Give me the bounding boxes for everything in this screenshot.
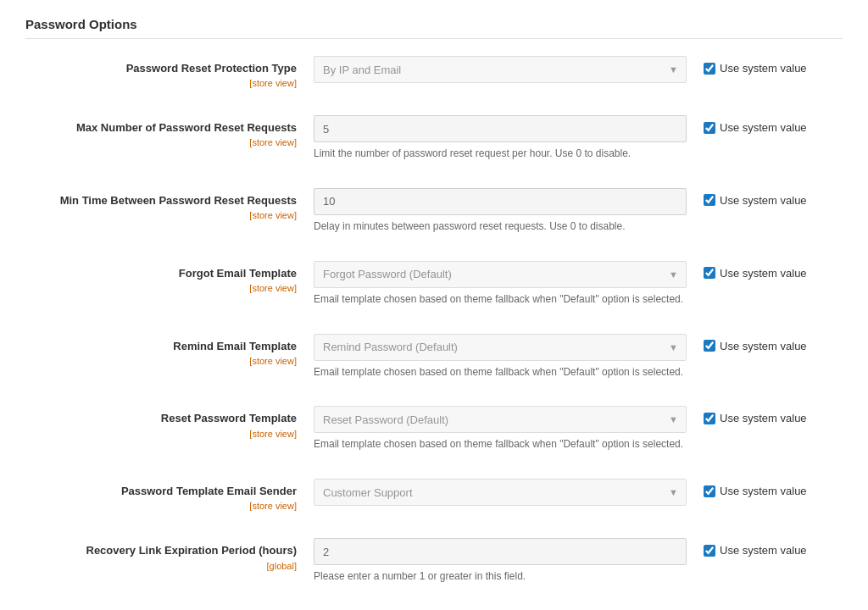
use-system-value-label[interactable]: Use system value <box>704 62 807 75</box>
form-row: Reset Password Template[store view]Reset… <box>25 406 843 465</box>
input-min_time_between_password_reset[interactable] <box>314 188 687 215</box>
checkbox-system-value-reset_password_template[interactable] <box>704 413 715 424</box>
field-label: Reset Password Template <box>161 412 297 424</box>
form-row: Forgot Email Template[store view]Forgot … <box>25 261 843 320</box>
checkbox-col: Use system value <box>687 538 822 557</box>
select-wrapper: Reset Password (Default)▼ <box>314 406 687 433</box>
checkbox-col: Use system value <box>687 406 822 424</box>
form-area: Password Reset Protection Type[store vie… <box>25 56 843 610</box>
label-col: Remind Email Template[store view] <box>25 334 314 366</box>
checkbox-system-value-recovery_link_expiration[interactable] <box>704 545 715 557</box>
form-row: Max Number of Password Reset Requests[st… <box>25 115 843 175</box>
checkbox-col: Use system value <box>687 334 822 352</box>
checkbox-system-value-forgot_email_template[interactable] <box>704 267 715 279</box>
use-system-value-label[interactable]: Use system value <box>704 267 807 280</box>
scope-tag: [store view] <box>25 210 297 220</box>
field-label: Password Reset Protection Type <box>126 62 297 75</box>
form-row: Password Reset Protection Type[store vie… <box>25 56 843 102</box>
checkbox-system-value-min_time_between_password_reset[interactable] <box>704 194 715 206</box>
use-system-value-text: Use system value <box>720 194 807 207</box>
field-label: Password Template Email Sender <box>121 485 297 497</box>
field-col: Please enter a number 1 or greater in th… <box>314 538 687 584</box>
label-col: Reset Password Template[store view] <box>25 406 314 438</box>
scope-tag: [store view] <box>25 356 297 366</box>
field-label: Forgot Email Template <box>179 267 297 280</box>
scope-tag: [store view] <box>25 501 297 511</box>
scope-tag: [store view] <box>25 283 297 293</box>
field-hint: Please enter a number 1 or greater in th… <box>314 569 687 584</box>
field-col: Remind Password (Default)▼Email template… <box>314 334 687 380</box>
checkbox-col: Use system value <box>687 261 822 280</box>
use-system-value-label[interactable]: Use system value <box>704 121 807 134</box>
field-label: Remind Email Template <box>173 340 297 352</box>
label-col: Recovery Link Expiration Period (hours)[… <box>25 538 314 570</box>
checkbox-system-value-password_template_email_sender[interactable] <box>704 485 715 497</box>
page-container: Password Options Password Reset Protecti… <box>0 0 868 610</box>
checkbox-col: Use system value <box>687 188 822 207</box>
use-system-value-text: Use system value <box>720 267 807 280</box>
field-hint: Email template chosen based on theme fal… <box>314 292 687 307</box>
label-col: Max Number of Password Reset Requests[st… <box>25 115 314 147</box>
field-col: Limit the number of password reset reque… <box>314 115 687 161</box>
field-label: Recovery Link Expiration Period (hours) <box>86 544 298 557</box>
field-col: By IP and EmailBy IPBy EmailNone▼ <box>314 56 687 83</box>
checkbox-col: Use system value <box>687 56 822 75</box>
form-row: Recovery Link Expiration Period (hours)[… <box>25 538 843 597</box>
use-system-value-label[interactable]: Use system value <box>704 340 807 352</box>
use-system-value-text: Use system value <box>720 121 807 134</box>
checkbox-system-value-password_reset_protection_type[interactable] <box>704 63 715 75</box>
field-col: Reset Password (Default)▼Email template … <box>314 406 687 452</box>
use-system-value-text: Use system value <box>720 62 807 75</box>
use-system-value-label[interactable]: Use system value <box>704 544 807 557</box>
checkbox-col: Use system value <box>687 479 822 497</box>
field-label: Max Number of Password Reset Requests <box>76 121 297 134</box>
select-wrapper: By IP and EmailBy IPBy EmailNone▼ <box>314 56 687 83</box>
select-reset_password_template[interactable]: Reset Password (Default) <box>314 406 687 433</box>
field-hint: Email template chosen based on theme fal… <box>314 365 687 380</box>
use-system-value-text: Use system value <box>720 340 807 352</box>
select-forgot_email_template[interactable]: Forgot Password (Default) <box>314 261 687 288</box>
form-row: Remind Email Template[store view]Remind … <box>25 334 843 393</box>
section-title: Password Options <box>25 17 843 39</box>
checkbox-system-value-remind_email_template[interactable] <box>704 340 715 352</box>
select-wrapper: Forgot Password (Default)▼ <box>314 261 687 288</box>
use-system-value-text: Use system value <box>720 412 807 424</box>
field-hint: Email template chosen based on theme fal… <box>314 437 687 452</box>
select-password_reset_protection_type[interactable]: By IP and EmailBy IPBy EmailNone <box>314 56 687 83</box>
scope-tag: [store view] <box>25 429 297 439</box>
select-wrapper: Remind Password (Default)▼ <box>314 334 687 361</box>
field-col: Forgot Password (Default)▼Email template… <box>314 261 687 307</box>
select-remind_email_template[interactable]: Remind Password (Default) <box>314 334 687 361</box>
select-password_template_email_sender[interactable]: Customer SupportGeneral ContactSales Rep… <box>314 479 687 506</box>
label-col: Min Time Between Password Reset Requests… <box>25 188 314 220</box>
use-system-value-label[interactable]: Use system value <box>704 194 807 207</box>
field-col: Delay in minutes between password reset … <box>314 188 687 234</box>
scope-tag: [global] <box>25 561 297 571</box>
form-row: Password Template Email Sender[store vie… <box>25 479 843 524</box>
input-recovery_link_expiration[interactable] <box>314 538 687 565</box>
field-label: Min Time Between Password Reset Requests <box>60 194 297 207</box>
form-row: Min Time Between Password Reset Requests… <box>25 188 843 247</box>
scope-tag: [store view] <box>25 137 297 147</box>
checkbox-system-value-max_number_password_reset[interactable] <box>704 122 715 134</box>
checkbox-col: Use system value <box>687 115 822 134</box>
input-max_number_password_reset[interactable] <box>314 115 687 142</box>
use-system-value-text: Use system value <box>720 485 807 497</box>
label-col: Password Template Email Sender[store vie… <box>25 479 314 511</box>
label-col: Forgot Email Template[store view] <box>25 261 314 293</box>
field-hint: Delay in minutes between password reset … <box>314 219 687 234</box>
label-col: Password Reset Protection Type[store vie… <box>25 56 314 88</box>
field-hint: Limit the number of password reset reque… <box>314 147 687 161</box>
use-system-value-label[interactable]: Use system value <box>704 485 807 497</box>
use-system-value-text: Use system value <box>720 544 807 557</box>
select-wrapper: Customer SupportGeneral ContactSales Rep… <box>314 479 687 506</box>
use-system-value-label[interactable]: Use system value <box>704 412 807 424</box>
field-col: Customer SupportGeneral ContactSales Rep… <box>314 479 687 506</box>
scope-tag: [store view] <box>25 78 297 88</box>
